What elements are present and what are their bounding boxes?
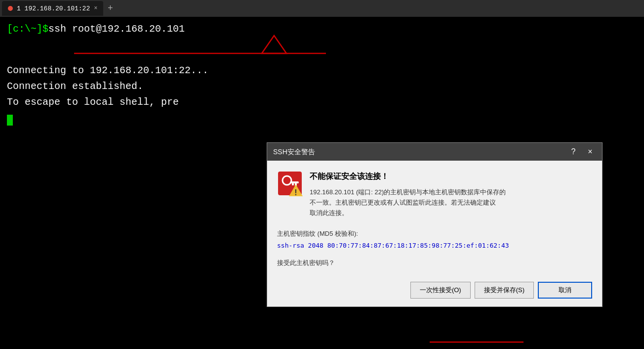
fingerprint-section: 主机密钥指纹 (MD5 校验和): ssh-rsa 2048 80:70:77:… [277, 227, 592, 250]
dialog-header: ! 不能保证安全该连接！ 192.168.20.101 (端口: 22)的主机密… [277, 171, 592, 218]
established-line: Connection established. [7, 79, 637, 94]
fingerprint-label: 主机密钥指纹 (MD5 校验和): [277, 229, 592, 239]
accept-save-button[interactable]: 接受并保存(S) [475, 282, 534, 299]
svg-rect-2 [290, 181, 299, 183]
dialog-content: ! 不能保证安全该连接！ 192.168.20.101 (端口: 22)的主机密… [267, 161, 602, 276]
dialog-titlebar: SSH安全警告 ? × [267, 143, 602, 161]
terminal-command: ssh root@192.168.20.101 [48, 22, 185, 37]
terminal-tab[interactable]: 1 192.168.20.101:22 × [2, 1, 103, 16]
dialog-buttons: 一次性接受(O) 接受并保存(S) 取消 [267, 276, 602, 306]
fingerprint-value: ssh-rsa 2048 80:70:77:84:87:67:18:17:85:… [277, 241, 592, 251]
dialog-help-btn[interactable]: ? [567, 146, 579, 158]
cursor-line [7, 111, 637, 126]
ssh-security-dialog: SSH安全警告 ? × [267, 142, 603, 307]
tab-close-btn[interactable]: × [94, 5, 97, 12]
svg-text:!: ! [294, 188, 297, 196]
dialog-title: SSH安全警告 [273, 147, 563, 157]
svg-rect-4 [292, 183, 294, 185]
warning-icon: ! [277, 171, 303, 196]
tab-indicator [8, 6, 13, 11]
warning-svg: ! [277, 171, 303, 196]
dialog-warning-title: 不能保证安全该连接！ [310, 171, 506, 182]
command-line: [c:\~]$ ssh root@192.168.20.101 [7, 22, 637, 37]
svg-point-1 [282, 176, 291, 185]
tab-label: 1 192.168.20.101:22 [17, 5, 90, 12]
tab-bar: 1 192.168.20.101:22 × + [0, 0, 644, 17]
dialog-warning-content: 不能保证安全该连接！ 192.168.20.101 (端口: 22)的主机密钥与… [310, 171, 506, 218]
terminal-cursor [7, 115, 13, 126]
blank-line-1 [7, 40, 637, 54]
escape-line: To escape to local shell, pre [7, 95, 637, 110]
cancel-button[interactable]: 取消 [538, 282, 592, 299]
dialog-warning-body: 192.168.20.101 (端口: 22)的主机密钥与本地主机密钥数据库中保… [310, 187, 506, 218]
dialog-close-btn[interactable]: × [584, 146, 596, 158]
accept-question: 接受此主机密钥吗？ [277, 258, 592, 268]
accept-once-button[interactable]: 一次性接受(O) [410, 282, 471, 299]
new-tab-btn[interactable]: + [103, 1, 117, 15]
terminal-body: [c:\~]$ ssh root@192.168.20.101 Connecti… [0, 17, 644, 349]
connecting-line: Connecting to 192.168.20.101:22... [7, 63, 637, 78]
prompt-bracket: [c:\~]$ [7, 22, 48, 37]
